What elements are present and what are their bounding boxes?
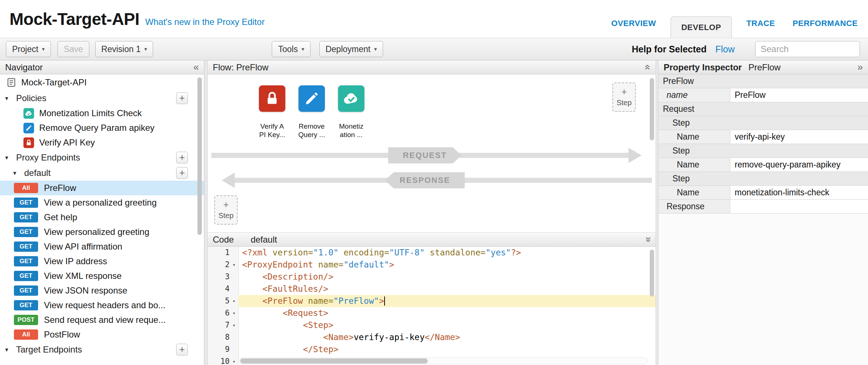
inspector-section[interactable]: Request xyxy=(659,102,868,116)
flow-item[interactable]: POSTSend request and view reque... xyxy=(0,313,204,327)
proxy-endpoints-section-header[interactable]: ▾ Proxy Endpoints + xyxy=(0,150,204,165)
code-text[interactable]: <Description/> xyxy=(238,271,656,283)
policy-item[interactable]: Verify API Key xyxy=(0,135,204,150)
flow-scrollbar[interactable] xyxy=(650,78,654,140)
panel-divider xyxy=(656,60,659,365)
flow-policy[interactable]: Verify A PI Key... xyxy=(252,85,292,139)
flow-item[interactable]: GETView XML response xyxy=(0,269,204,283)
line-gutter: 4 xyxy=(208,283,238,295)
code-vertical-scrollbar[interactable] xyxy=(650,250,654,296)
add-step-button-response[interactable]: + Step xyxy=(214,195,238,225)
deployment-button[interactable]: Deployment ▾ xyxy=(319,41,383,57)
property-rows: PreFlownamePreFlowRequestStepNameverify-… xyxy=(659,74,868,214)
flow-policy[interactable]: Monetiz ation ... xyxy=(331,85,371,139)
fold-arrow-icon[interactable]: ▾ xyxy=(230,259,238,271)
tab-trace[interactable]: TRACE xyxy=(738,19,784,38)
expand-inspector-icon[interactable]: » xyxy=(857,62,863,72)
fold-arrow-icon[interactable]: ▾ xyxy=(230,295,238,307)
flow-item[interactable]: GETView request headers and bo... xyxy=(0,298,204,313)
flow-item[interactable]: GETGet help xyxy=(0,210,204,225)
flow-title: Flow: PreFlow xyxy=(213,62,268,73)
tab-develop[interactable]: DEVELOP xyxy=(671,16,732,38)
policy-item[interactable]: Monetization Limits Check xyxy=(0,106,204,121)
revision-button[interactable]: Revision 1 ▾ xyxy=(95,41,153,57)
method-badge: GET xyxy=(14,271,38,281)
whats-new-link[interactable]: What's new in the Proxy Editor xyxy=(145,17,265,27)
method-badge: GET xyxy=(14,227,38,237)
flow-policy[interactable]: Remove Query ... xyxy=(292,85,331,139)
code-text[interactable]: </Step> xyxy=(238,343,656,355)
code-line: 4 <FaultRules/> xyxy=(208,283,656,295)
line-gutter: 2▾ xyxy=(208,259,238,271)
tools-button[interactable]: Tools ▾ xyxy=(272,41,310,57)
flow-item[interactable]: GETView IP address xyxy=(0,254,204,269)
code-text[interactable]: <ProxyEndpoint name="default"> xyxy=(238,259,656,271)
code-line: 7▾ <Step> xyxy=(208,319,656,331)
flow-item[interactable]: AllPostFlow xyxy=(0,327,204,342)
flow-item[interactable]: AllPreFlow xyxy=(0,181,204,195)
policy-item[interactable]: Remove Query Param apikey xyxy=(0,121,204,135)
flow-name: Send request and view reque... xyxy=(44,315,166,325)
line-gutter: 3 xyxy=(208,271,238,283)
property-value[interactable] xyxy=(730,200,868,213)
save-button[interactable]: Save xyxy=(58,41,89,57)
add-proxy-endpoint-button[interactable]: + xyxy=(176,152,188,163)
collapse-code-panel-icon[interactable]: « xyxy=(643,237,653,242)
inspector-section[interactable]: Step xyxy=(659,172,868,186)
tab-overview[interactable]: OVERVIEW xyxy=(602,19,665,38)
flow-item[interactable]: GETView a personalized greeting xyxy=(0,195,204,210)
pencil-icon xyxy=(298,85,325,112)
flow-editor-panel: Flow: PreFlow « Verify A PI Key...Remove… xyxy=(208,60,656,365)
plus-icon: + xyxy=(223,200,229,209)
text-cursor xyxy=(384,296,385,306)
search-input[interactable] xyxy=(755,41,860,57)
tab-performance[interactable]: PERFORMANCE xyxy=(784,19,867,38)
fold-arrow-icon[interactable]: ▾ xyxy=(230,319,238,331)
revision-button-label: Revision 1 xyxy=(101,44,141,54)
lock-icon xyxy=(23,137,34,148)
target-endpoints-section-header[interactable]: ▾ Target Endpoints + xyxy=(0,342,204,357)
add-policy-button[interactable]: + xyxy=(176,92,188,104)
flow-name: Get help xyxy=(44,212,77,222)
fold-arrow-icon[interactable]: ▾ xyxy=(230,307,238,319)
flow-item[interactable]: GETView API affirmation xyxy=(0,239,204,254)
add-step-button-request[interactable]: + Step xyxy=(612,82,636,112)
inspector-section[interactable]: Step xyxy=(659,144,868,158)
help-flow-link[interactable]: Flow xyxy=(715,44,735,55)
code-text[interactable]: <FaultRules/> xyxy=(238,283,656,295)
method-badge: GET xyxy=(14,212,38,222)
code-horizontal-scrollbar[interactable] xyxy=(239,358,648,364)
flow-name: View personalized greeting xyxy=(44,227,149,237)
collapse-flow-panel-icon[interactable]: « xyxy=(643,64,653,70)
property-value[interactable]: remove-query-param-apikey xyxy=(730,158,868,172)
code-text[interactable]: <Step> xyxy=(238,319,656,331)
line-gutter: 1 xyxy=(208,247,238,259)
method-badge: GET xyxy=(14,256,38,266)
code-text[interactable]: <Request> xyxy=(238,307,656,319)
add-flow-button[interactable]: + xyxy=(176,167,188,179)
code-editor[interactable]: 1<?xml version="1.0" encoding="UTF-8" st… xyxy=(208,247,656,365)
flows-list: AllPreFlowGETView a personalized greetin… xyxy=(0,181,204,342)
project-button[interactable]: Project ▾ xyxy=(6,41,51,57)
code-text[interactable]: <Name>verify-api-key</Name> xyxy=(238,331,656,343)
add-target-endpoint-button[interactable]: + xyxy=(176,344,188,355)
navigator-scrollbar[interactable] xyxy=(197,77,202,235)
code-horizontal-scrollbar-thumb[interactable] xyxy=(240,358,428,364)
collapse-navigator-icon[interactable]: « xyxy=(193,62,199,72)
flow-item[interactable]: GETView personalized greeting xyxy=(0,225,204,239)
flow-item[interactable]: GETView JSON response xyxy=(0,283,204,298)
inspector-section[interactable]: PreFlow xyxy=(659,74,868,88)
default-endpoint-group[interactable]: ▾ default + xyxy=(0,165,204,181)
fold-arrow-icon[interactable]: ▾ xyxy=(230,355,238,365)
property-value[interactable]: verify-api-key xyxy=(730,130,868,144)
flow-canvas: Verify A PI Key...Remove Query ...Moneti… xyxy=(208,74,656,233)
code-text[interactable]: <?xml version="1.0" encoding="UTF-8" sta… xyxy=(238,247,656,259)
api-proxy-root-item[interactable]: Mock-Target-API xyxy=(0,74,204,91)
line-gutter: 10▾ xyxy=(208,355,238,365)
line-gutter: 8 xyxy=(208,331,238,343)
policies-section-header[interactable]: ▾ Policies + xyxy=(0,91,204,106)
inspector-section[interactable]: Step xyxy=(659,116,868,130)
property-value[interactable]: monetization-limits-check xyxy=(730,186,868,199)
property-value[interactable]: PreFlow xyxy=(730,88,868,102)
code-text[interactable]: <PreFlow name="PreFlow"> xyxy=(238,295,656,307)
